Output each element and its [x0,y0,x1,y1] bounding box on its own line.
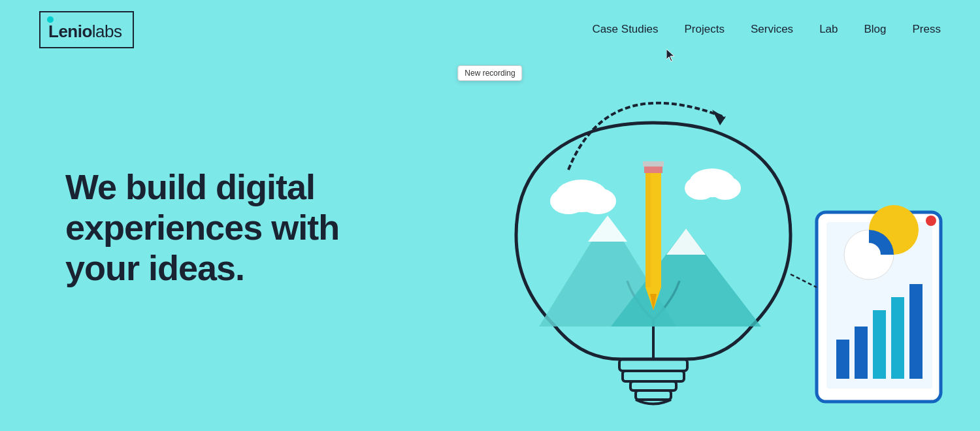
svg-rect-28 [891,297,904,379]
logo[interactable]: Leniolabs [39,11,134,48]
svg-rect-21 [643,161,664,167]
svg-rect-29 [909,284,923,379]
svg-point-12 [580,188,616,214]
logo-dot [47,16,54,23]
logo-text: Leniolabs [48,18,122,42]
header: Leniolabs Case Studies Projects Services… [0,0,980,59]
svg-line-32 [791,274,817,287]
hero-section: We build digital experiences with your i… [65,167,339,288]
svg-rect-20 [644,167,662,173]
nav-projects[interactable]: Projects [685,23,725,36]
svg-marker-9 [666,229,706,255]
hero-illustration [438,39,947,431]
svg-marker-5 [712,110,725,125]
nav-press[interactable]: Press [913,23,941,36]
svg-rect-17 [645,170,651,287]
svg-rect-26 [855,327,868,379]
nav-lab[interactable]: Lab [819,23,838,36]
nav-case-studies[interactable]: Case Studies [592,23,658,36]
svg-point-24 [926,216,936,226]
svg-point-31 [857,243,881,266]
main-nav: Case Studies Projects Services Lab Blog … [592,23,941,36]
svg-rect-3 [636,391,671,400]
svg-rect-0 [619,359,687,371]
hero-heading: We build digital experiences with your i… [65,167,339,288]
svg-rect-1 [623,371,684,381]
svg-rect-27 [873,310,886,379]
svg-rect-2 [630,381,676,391]
svg-point-15 [710,176,741,200]
nav-blog[interactable]: Blog [864,23,887,36]
new-recording-tooltip: New recording [457,65,522,81]
nav-services[interactable]: Services [751,23,793,36]
svg-marker-8 [588,216,627,242]
svg-rect-25 [836,340,849,379]
